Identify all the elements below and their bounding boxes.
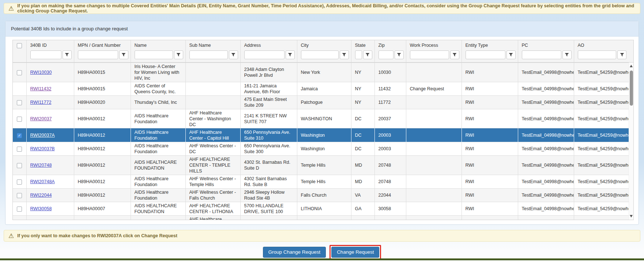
cell-address: 5700 HILLANDALE DRIVE, SUITE 100 — [240, 202, 297, 216]
entities-grid: 340B IDMPN / Grant NumberNameSub NameAdd… — [12, 40, 634, 220]
entity-link-RWI20748[interactable]: RWI20748 — [30, 163, 52, 168]
filter-input-sub_name[interactable] — [189, 50, 228, 59]
filter-funnel-icon-entity_type[interactable] — [506, 50, 516, 59]
row-checkbox[interactable] — [17, 147, 22, 152]
filter-input-entity_type[interactable] — [466, 50, 505, 59]
filter-funnel-icon-sub_name[interactable] — [229, 50, 238, 59]
filter-input-city[interactable] — [301, 50, 339, 59]
filter-input-id[interactable] — [30, 50, 61, 59]
filter-funnel-icon-zip[interactable] — [395, 50, 404, 59]
cell-sub_name: AHF Wellness Center - Falls Church — [185, 189, 240, 202]
filter-input-mpn[interactable] — [78, 50, 118, 59]
filter-funnel-icon-mpn[interactable] — [119, 50, 128, 59]
entity-link-RWI11772[interactable]: RWI11772 — [30, 100, 52, 105]
cell-state: NY — [351, 82, 374, 96]
scrollbar-thumb[interactable] — [630, 71, 633, 106]
filter-cell-zip — [374, 50, 406, 62]
filter-funnel-icon-work_process[interactable] — [450, 50, 459, 59]
column-header-entity_type: Entity Type — [462, 40, 518, 50]
cell-zip: 30308 — [374, 216, 406, 220]
entity-link-RWI30058[interactable]: RWI30058 — [30, 206, 52, 211]
entity-link-RWI20037B[interactable]: RWI20037B — [30, 146, 55, 151]
select-all-checkbox[interactable] — [17, 43, 22, 48]
group-change-request-button[interactable]: Group Change Request — [263, 247, 326, 258]
cell-sub_name: AHF Healthcare Center - Washington DC — [185, 109, 240, 129]
cell-entity_type: RWI — [462, 82, 518, 96]
filter-funnel-icon-state[interactable] — [363, 50, 372, 59]
cell-state: DC — [351, 129, 374, 142]
group-change-panel: Potential 340B Ids to include in a group… — [5, 21, 639, 225]
column-header-label: Name — [135, 43, 147, 48]
grid-header-table: 340B IDMPN / Grant NumberNameSub NameAdd… — [13, 40, 629, 62]
cell-city: Patchogue — [297, 96, 351, 109]
grid-header: 340B IDMPN / Grant NumberNameSub NameAdd… — [13, 40, 633, 63]
cell-city: Washington — [297, 142, 351, 156]
filter-input-zip[interactable] — [379, 50, 393, 59]
scroll-up-arrow-icon[interactable] — [630, 65, 633, 67]
row-checkbox[interactable] — [17, 100, 22, 105]
row-select-cell — [13, 202, 26, 216]
cell-mpn: H89HA00015 — [74, 63, 131, 82]
top-warning-banner: ⚠ If you plan on making the same changes… — [4, 3, 640, 14]
row-checkbox[interactable] — [17, 207, 22, 212]
cell-address: 475 East Main Street Suite 209 — [240, 96, 297, 109]
cell-city: Temple Hills — [297, 175, 351, 189]
cell-name: AIDS Healthcare Foundation — [131, 142, 185, 156]
entity-link-RWI22044[interactable]: RWI22044 — [30, 193, 52, 198]
entity-link-RWI10030[interactable]: RWI10030 — [30, 70, 52, 75]
bottom-warning-text: If you only want to make changes to RWI2… — [17, 233, 177, 238]
filter-funnel-icon-name[interactable] — [174, 50, 183, 59]
cell-mpn: H89HA00020 — [74, 96, 131, 109]
cell-zip: 20037 — [374, 109, 406, 129]
row-checkbox[interactable] — [17, 117, 22, 122]
filter-funnel-icon-ao[interactable] — [617, 50, 626, 59]
cell-sub_name: AHF Wellness Center - DC — [185, 142, 240, 156]
filter-funnel-icon-pc[interactable] — [562, 50, 572, 59]
entity-link-RWI20037[interactable]: RWI20037 — [30, 116, 52, 121]
cell-mpn: H89HA00012 — [74, 189, 131, 202]
cell-name: AIDS Healthcare — [131, 216, 185, 220]
filter-funnel-icon-id[interactable] — [63, 50, 72, 59]
row-checkbox[interactable] — [17, 163, 22, 168]
cell-state: MD — [351, 156, 374, 175]
cell-ao: TestEmail_54259@nowher — [574, 142, 629, 156]
cell-sub_name — [185, 96, 240, 109]
row-checkbox[interactable] — [17, 179, 22, 185]
vertical-scrollbar[interactable] — [629, 63, 633, 220]
filter-funnel-icon-address[interactable] — [286, 50, 295, 59]
cell-ao: TestEmail_54259@nowher — [574, 96, 629, 109]
entity-link-RWI20748A[interactable]: RWI20748A — [30, 179, 55, 184]
cell-sub_name — [185, 82, 240, 96]
filter-cell-ao — [574, 50, 629, 62]
column-header-name: Name — [131, 40, 185, 50]
scroll-down-arrow-icon[interactable] — [630, 215, 633, 218]
entity-link-RWI11432[interactable]: RWI11432 — [30, 86, 52, 91]
cell-mpn: H89HA00012 — [74, 142, 131, 156]
row-checkbox[interactable]: ✓ — [17, 133, 22, 138]
change-request-button[interactable]: Change Request — [331, 247, 379, 258]
filter-input-work_process[interactable] — [410, 50, 449, 59]
cell-id: RWI20037 — [26, 109, 74, 129]
row-checkbox[interactable] — [17, 193, 22, 198]
cell-name: AIDS HEALTHCARE FOUNDATION — [131, 202, 185, 216]
cell-ao: TestEmail_54259@nowher — [574, 175, 629, 189]
column-header-label: MPN / Grant Number — [78, 43, 121, 48]
cell-address: 650 Pennsylvania Ave. Suite 300 — [240, 142, 297, 156]
cell-id: RWI20037B — [26, 142, 74, 156]
filter-input-pc[interactable] — [522, 50, 561, 59]
cell-id: RWI30058A — [26, 216, 74, 220]
grid-row-RWI20037A: ✓RWI20037AH89HA00012AIDS Healthcare Foun… — [13, 129, 629, 142]
filter-input-address[interactable] — [244, 50, 285, 59]
filter-funnel-icon-city[interactable] — [340, 50, 349, 59]
entity-link-RWI20037A[interactable]: RWI20037A — [30, 133, 55, 138]
cell-name: AIDS Healthcare Foundation — [131, 129, 185, 142]
filter-input-name[interactable] — [135, 50, 173, 59]
row-checkbox[interactable] — [17, 70, 22, 75]
cell-city: Jamaica — [297, 82, 351, 96]
cell-zip: 11772 — [374, 96, 406, 109]
cell-ao: TestEmail_54259@nowher — [574, 82, 629, 96]
filter-input-ao[interactable] — [578, 50, 617, 59]
filter-input-state[interactable] — [355, 50, 362, 59]
column-header-label: Address — [244, 43, 261, 48]
cell-id: RWI20748 — [26, 156, 74, 175]
